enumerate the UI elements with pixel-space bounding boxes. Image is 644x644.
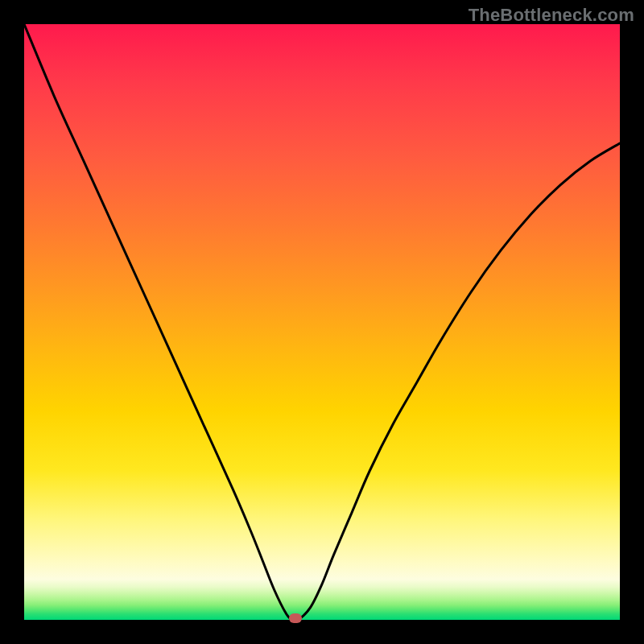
chart-frame: TheBottleneck.com: [0, 0, 644, 644]
min-marker: [289, 613, 302, 623]
plot-area: [24, 24, 620, 620]
watermark-text: TheBottleneck.com: [469, 5, 634, 26]
bottleneck-curve: [24, 24, 620, 620]
